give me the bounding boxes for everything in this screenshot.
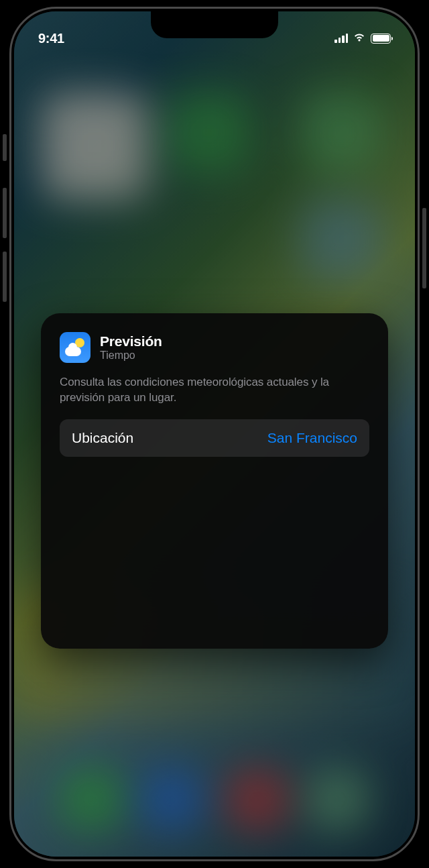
location-label: Ubicación	[72, 430, 133, 446]
status-time: 9:41	[38, 31, 64, 46]
widget-titles: Previsión Tiempo	[100, 333, 162, 362]
wifi-icon	[353, 32, 366, 45]
location-setting-row[interactable]: Ubicación San Francisco	[60, 419, 369, 457]
volume-up-button[interactable]	[3, 188, 7, 238]
weather-app-icon	[60, 332, 90, 363]
widget-title: Previsión	[100, 333, 162, 349]
battery-icon	[371, 34, 391, 44]
silence-switch[interactable]	[3, 134, 7, 161]
phone-frame: 9:41	[9, 7, 420, 861]
widget-description: Consulta las condiciones meteorológicas …	[60, 375, 369, 406]
volume-down-button[interactable]	[3, 252, 7, 302]
location-value: San Francisco	[267, 430, 357, 446]
status-icons	[334, 32, 391, 45]
power-button[interactable]	[422, 208, 426, 288]
cellular-signal-icon	[334, 34, 348, 43]
widget-subtitle: Tiempo	[100, 349, 162, 362]
phone-screen: 9:41	[14, 11, 415, 857]
widget-edit-sheet: Previsión Tiempo Consulta las condicione…	[41, 313, 388, 649]
notch	[151, 11, 278, 38]
widget-header: Previsión Tiempo	[60, 332, 369, 363]
